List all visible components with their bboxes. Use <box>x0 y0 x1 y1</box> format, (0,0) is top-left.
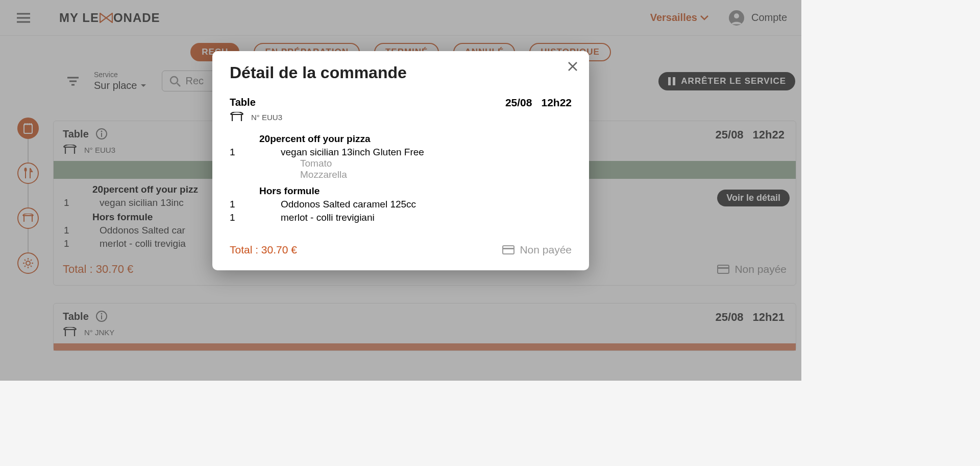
item-line: 1 vegan sicilian 13inch Gluten Free <box>230 147 572 158</box>
modal-title: Détail de la commande <box>230 63 572 82</box>
modal-pay-label: Non payée <box>520 244 572 256</box>
item-qty: 1 <box>230 212 281 223</box>
item-group: 20percent off your pizza <box>259 133 572 145</box>
item-group: Hors formule <box>259 185 572 197</box>
item-qty: 1 <box>230 199 281 210</box>
item-ingredient: Tomato <box>300 158 572 169</box>
modal-ref: N° EUU3 <box>251 113 282 122</box>
svg-rect-16 <box>503 248 514 249</box>
modal-total: Total : 30.70 € <box>230 244 297 256</box>
close-button[interactable] <box>568 61 578 72</box>
modal-time: 12h22 <box>541 97 572 109</box>
app-root: MY LE ONADE Versailles Compte REÇU EN PR… <box>0 0 801 381</box>
modal-table-label: Table <box>230 97 256 108</box>
modal-overlay[interactable]: Détail de la commande Table 25/08 12h22 … <box>0 0 801 381</box>
modal-date: 25/08 <box>505 97 532 109</box>
item-line: 1 merlot - colli trevigiani <box>230 212 572 223</box>
item-name: merlot - colli trevigiani <box>281 212 375 223</box>
table-icon <box>230 112 244 122</box>
close-icon <box>568 61 578 72</box>
item-qty: 1 <box>230 147 281 158</box>
order-detail-modal: Détail de la commande Table 25/08 12h22 … <box>212 51 589 270</box>
modal-items: 20percent off your pizza 1 vegan sicilia… <box>230 133 572 223</box>
item-ingredient: Mozzarella <box>300 169 572 180</box>
item-name: vegan sicilian 13inch Gluten Free <box>281 147 424 158</box>
card-icon <box>502 245 514 254</box>
modal-payment-status: Non payée <box>502 244 572 256</box>
item-line: 1 Oddonos Salted caramel 125cc <box>230 199 572 210</box>
svg-rect-15 <box>503 246 514 254</box>
item-name: Oddonos Salted caramel 125cc <box>281 199 416 210</box>
